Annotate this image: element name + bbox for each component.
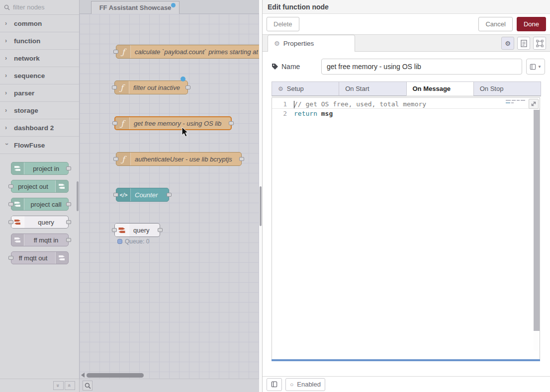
double-chevron-down-icon: « bbox=[67, 384, 73, 387]
search-icon bbox=[85, 383, 91, 389]
output-port[interactable] bbox=[66, 238, 71, 242]
tab-on-start[interactable]: On Start bbox=[339, 81, 406, 96]
palette-category-sequence[interactable]: ›sequence bbox=[0, 67, 79, 84]
edit-dialog: Edit function node Delete Cancel Done ⚙ … bbox=[262, 0, 550, 392]
palette-node-project-call[interactable]: project call bbox=[11, 198, 69, 211]
scrollbar-thumb[interactable] bbox=[87, 373, 144, 378]
tab-label: On Start bbox=[345, 85, 369, 92]
output-port[interactable] bbox=[66, 202, 71, 206]
cancel-button[interactable]: Cancel bbox=[478, 17, 512, 31]
palette-category-dashboard2[interactable]: ›dashboard 2 bbox=[0, 119, 79, 137]
palette-search-input[interactable] bbox=[13, 3, 73, 11]
flow-node-query[interactable]: query bbox=[114, 223, 160, 237]
delete-button[interactable]: Delete bbox=[267, 17, 299, 31]
tab-on-stop[interactable]: On Stop bbox=[473, 81, 541, 96]
scrollbar-thumb[interactable] bbox=[534, 110, 540, 331]
editor-minimap bbox=[506, 100, 527, 103]
flow-node-calculate-primes[interactable]: ƒ calculate `payload.count` primes start… bbox=[116, 45, 259, 59]
description-view-button[interactable] bbox=[517, 37, 530, 50]
tab-setup[interactable]: ⚙Setup bbox=[272, 81, 339, 96]
palette-node-query[interactable]: query bbox=[11, 216, 69, 229]
properties-view-button[interactable]: ⚙ bbox=[501, 37, 514, 50]
library-button[interactable]: ▼ bbox=[526, 59, 545, 75]
editor-scrollbar[interactable] bbox=[534, 110, 540, 350]
output-port[interactable] bbox=[167, 193, 172, 197]
palette-scrollbar[interactable] bbox=[77, 181, 79, 211]
output-port[interactable] bbox=[229, 121, 234, 125]
category-label: common bbox=[14, 20, 42, 27]
palette-node-project-out[interactable]: project out bbox=[11, 180, 69, 193]
palette-node-label: project call bbox=[24, 198, 68, 210]
palette-category-network[interactable]: ›network bbox=[0, 50, 79, 67]
flow-node-counter[interactable]: </> Counter bbox=[116, 188, 169, 202]
gear-icon: ⚙ bbox=[278, 85, 283, 92]
library-button[interactable] bbox=[267, 378, 282, 391]
name-label: Name bbox=[272, 63, 317, 71]
category-label: sequence bbox=[14, 72, 45, 79]
output-port[interactable] bbox=[239, 157, 244, 161]
output-port[interactable] bbox=[185, 85, 190, 89]
scroll-left-arrow-icon[interactable] bbox=[81, 373, 85, 378]
chevron-down-icon: › bbox=[3, 143, 10, 147]
editor-tab-icons: ⚙ bbox=[501, 37, 546, 50]
input-port[interactable] bbox=[8, 220, 13, 224]
search-flows-button[interactable] bbox=[83, 381, 92, 391]
input-port[interactable] bbox=[112, 85, 117, 89]
expand-icon bbox=[531, 101, 537, 107]
palette-node-project-in[interactable]: project in bbox=[11, 162, 69, 175]
editor-resize-handle[interactable] bbox=[272, 359, 540, 361]
input-port[interactable] bbox=[8, 184, 13, 188]
code-line[interactable]: 1 // get OS free, used, total memory bbox=[272, 99, 540, 109]
function-icon: ƒ bbox=[116, 45, 131, 58]
tab-properties[interactable]: ⚙ Properties bbox=[268, 35, 355, 52]
category-label: network bbox=[14, 55, 40, 62]
enabled-toggle-button[interactable]: ○ Enabled bbox=[285, 378, 325, 391]
done-button[interactable]: Done bbox=[517, 17, 546, 31]
name-input[interactable] bbox=[321, 59, 522, 75]
code-identifier: msg bbox=[321, 110, 333, 117]
input-port[interactable] bbox=[8, 202, 13, 206]
palette-category-parser[interactable]: ›parser bbox=[0, 84, 79, 102]
category-label: function bbox=[14, 37, 40, 45]
palette-search[interactable] bbox=[0, 0, 79, 15]
code-line[interactable]: 2 return msg bbox=[272, 109, 540, 118]
input-port[interactable] bbox=[112, 228, 117, 232]
palette-node-label: project out bbox=[11, 180, 55, 192]
flow-node-authenticate-user[interactable]: ƒ authenticateUser - use lib bcryptjs bbox=[116, 152, 242, 166]
output-port[interactable] bbox=[66, 220, 71, 224]
tab-on-message[interactable]: On Message bbox=[406, 81, 473, 96]
output-port[interactable] bbox=[66, 166, 71, 170]
code-editor[interactable]: 1 // get OS free, used, total memory 2 r… bbox=[272, 97, 540, 361]
document-icon bbox=[521, 40, 527, 47]
input-port[interactable] bbox=[8, 256, 13, 260]
palette-category-storage[interactable]: ›storage bbox=[0, 102, 79, 119]
canvas-horizontal-scrollbar[interactable] bbox=[81, 373, 255, 378]
expand-all-button[interactable]: « bbox=[65, 381, 75, 390]
flow-node-filter-out-inactive[interactable]: ƒ filter out inactive bbox=[114, 80, 188, 94]
workspace-tab[interactable]: FF Assistant Showcase bbox=[91, 1, 180, 14]
canvas-vertical-scrollbar[interactable] bbox=[260, 186, 262, 226]
flow-grid[interactable]: ƒ calculate `payload.count` primes start… bbox=[80, 14, 259, 379]
input-port[interactable] bbox=[112, 121, 117, 125]
appearance-view-button[interactable] bbox=[533, 37, 546, 50]
selection-frame-icon bbox=[536, 40, 544, 47]
palette-node-ff-mqtt-out[interactable]: ff mqtt out bbox=[11, 251, 69, 264]
collapse-all-button[interactable]: » bbox=[53, 381, 64, 390]
dialog-title: Edit function node bbox=[263, 0, 550, 14]
code-comment: // get OS free, used, total memory bbox=[294, 100, 426, 108]
node-label: authenticateUser - use lib bcryptjs bbox=[131, 153, 241, 165]
input-port[interactable] bbox=[113, 50, 118, 54]
palette-category-common[interactable]: ›common bbox=[0, 15, 79, 32]
output-port[interactable] bbox=[158, 228, 163, 232]
input-port[interactable] bbox=[113, 193, 118, 197]
palette-category-function[interactable]: ›function bbox=[0, 32, 79, 50]
palette-node-ff-mqtt-in[interactable]: ff mqtt in bbox=[11, 234, 69, 246]
flow-node-get-free-memory[interactable]: ƒ get free memory - using OS lib bbox=[114, 116, 232, 130]
palette-category-flowfuse[interactable]: ›FlowFuse bbox=[0, 137, 79, 154]
node-label: calculate `payload.count` primes startin… bbox=[131, 45, 259, 58]
code-keyword: return bbox=[294, 110, 317, 117]
input-port[interactable] bbox=[113, 157, 118, 161]
name-label-text: Name bbox=[281, 63, 300, 71]
line-number: 1 bbox=[272, 99, 294, 108]
expand-editor-button[interactable] bbox=[529, 99, 539, 109]
